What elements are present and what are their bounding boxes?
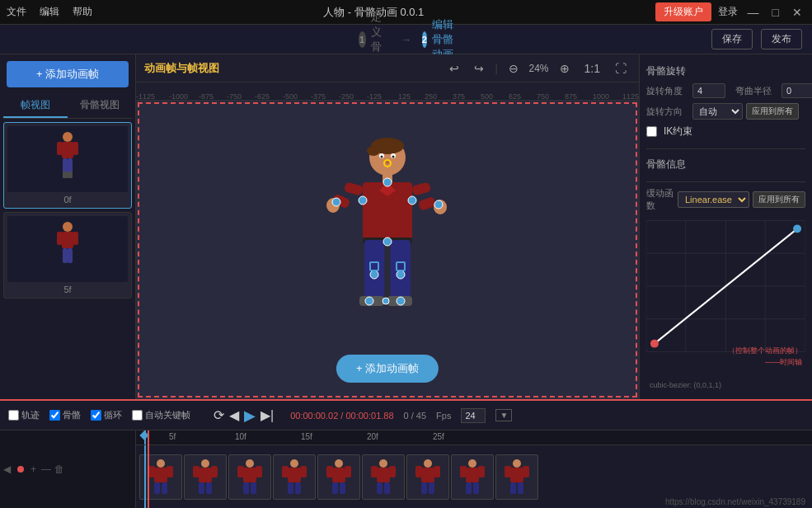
timeline-thumb-6: [362, 454, 405, 500]
character-figure: [322, 134, 453, 365]
publish-button[interactable]: 发布: [761, 29, 802, 49]
autokey-checkbox-label: 自动关键帧: [132, 409, 190, 421]
easing-select[interactable]: Linear.ease Ease.in Ease.out: [678, 191, 749, 208]
step-back-button[interactable]: ◀: [229, 407, 239, 423]
svg-rect-12: [63, 248, 68, 263]
reset-zoom-button[interactable]: 1:1: [580, 60, 604, 77]
undo-button[interactable]: ↩: [445, 60, 463, 77]
rotation-dir-label: 旋转方向: [646, 106, 689, 118]
frame-preview-0: [51, 130, 84, 188]
svg-rect-93: [332, 482, 338, 494]
svg-rect-28: [411, 181, 431, 195]
svg-point-50: [397, 297, 405, 305]
svg-rect-73: [193, 466, 199, 477]
tab-bone-view[interactable]: 骨骼视图: [68, 94, 132, 118]
play-button[interactable]: ▶: [244, 407, 256, 425]
svg-rect-4: [63, 158, 68, 173]
login-button[interactable]: 登录: [718, 5, 738, 19]
step-fwd-button[interactable]: ▶|: [260, 407, 274, 423]
svg-rect-104: [434, 466, 440, 477]
timeline-right: 5f 10f 15f 20f 25f: [136, 430, 812, 508]
tab-frame-view[interactable]: 帧视图: [3, 94, 68, 118]
svg-rect-99: [377, 482, 383, 494]
save-button[interactable]: 保存: [711, 29, 753, 49]
svg-point-89: [335, 459, 343, 468]
svg-rect-91: [326, 466, 333, 477]
zoom-in-button[interactable]: ⊕: [556, 60, 574, 77]
timeline-thumb-3: [228, 454, 271, 500]
loop-checkbox[interactable]: [91, 410, 101, 421]
curv-half-rad-input[interactable]: [781, 83, 812, 98]
svg-rect-13: [68, 248, 73, 263]
svg-point-63: [650, 340, 659, 348]
reset-button[interactable]: ⟳: [214, 407, 224, 423]
svg-rect-90: [332, 468, 345, 482]
minimize-button[interactable]: —: [744, 6, 763, 19]
rotation-angle-input[interactable]: [692, 83, 725, 98]
svg-rect-88: [295, 482, 301, 494]
timeline-thumb-9: [495, 454, 538, 500]
svg-rect-29: [418, 196, 437, 211]
canvas-title: 动画帧与帧视图: [144, 61, 219, 76]
svg-rect-115: [505, 466, 511, 477]
easing-row: 缓动函数 Linear.ease Ease.in Ease.out 应用到所有: [646, 187, 805, 212]
svg-rect-84: [288, 468, 301, 482]
svg-rect-72: [199, 468, 212, 482]
bezier-annotation-1: （控制整个动画的帧）: [728, 346, 802, 356]
step-arrow: →: [401, 33, 412, 46]
add-frame-button[interactable]: + 添加动画帧: [7, 61, 129, 87]
apply-all-button[interactable]: 应用到所有: [746, 103, 799, 120]
frame-item-0[interactable]: 0f: [3, 122, 132, 209]
svg-rect-78: [243, 468, 256, 482]
add-keyframe-button[interactable]: + 添加动画帧: [336, 355, 439, 383]
frame-thumb-5: [7, 216, 128, 282]
track-checkbox[interactable]: [8, 410, 19, 421]
frame-item-5[interactable]: 5f: [3, 212, 132, 299]
frame-preview-5: [51, 220, 84, 278]
fps-dropdown-button[interactable]: ▼: [495, 409, 512, 421]
svg-point-45: [397, 270, 405, 279]
ik-checkbox[interactable]: [646, 126, 657, 137]
svg-rect-94: [340, 482, 345, 494]
timeline-left: ◀ + — 🗑: [0, 430, 136, 508]
menu-file[interactable]: 文件: [7, 5, 26, 19]
bezier-area: （控制整个动画的帧） ——时间轴 cubic-bezier: (0,0,1,1): [646, 220, 805, 393]
svg-rect-109: [460, 466, 467, 477]
svg-rect-118: [518, 482, 523, 494]
svg-rect-68: [167, 466, 173, 477]
bone-checkbox[interactable]: [49, 410, 60, 421]
rotation-dir-select[interactable]: 自动 顺时针 逆时针: [692, 103, 743, 120]
svg-point-20: [392, 156, 395, 158]
upgrade-button[interactable]: 升级账户: [655, 2, 711, 21]
timeline-area: ◀ + — 🗑 5f 10f 15f 20f 25f: [0, 430, 812, 508]
zoom-out-button[interactable]: ⊖: [505, 60, 523, 77]
fit-button[interactable]: ⛶: [611, 60, 631, 77]
fps-input[interactable]: [461, 408, 486, 423]
maximize-button[interactable]: □: [769, 6, 782, 19]
svg-rect-25: [344, 181, 364, 195]
step2-num: 2: [422, 31, 428, 48]
svg-point-44: [370, 270, 378, 279]
timeline-delete[interactable]: 🗑: [54, 463, 64, 475]
timeline-thumb-4: [273, 454, 316, 500]
ruler-mark-25f: 25f: [433, 432, 444, 441]
autokey-checkbox[interactable]: [132, 410, 143, 421]
ruler-mark-5f: 5f: [169, 432, 176, 441]
svg-rect-116: [523, 466, 529, 477]
svg-rect-81: [243, 482, 249, 494]
timeline-add-row[interactable]: +: [31, 463, 36, 475]
svg-rect-1: [62, 142, 73, 158]
svg-rect-79: [237, 466, 244, 477]
menu-help[interactable]: 帮助: [73, 5, 92, 19]
svg-rect-111: [466, 482, 472, 494]
svg-rect-75: [199, 482, 204, 494]
redo-button[interactable]: ↪: [470, 60, 488, 77]
timeline-scroll-right[interactable]: —: [41, 463, 51, 475]
timeline-scroll-left[interactable]: ◀: [3, 463, 11, 475]
ik-row: IK约束: [646, 125, 805, 139]
svg-rect-92: [345, 466, 351, 477]
timeline-thumb-5: [317, 454, 360, 500]
easing-apply-all-button[interactable]: 应用到所有: [753, 191, 805, 208]
menu-edit[interactable]: 编辑: [40, 5, 59, 19]
close-button[interactable]: ✕: [789, 6, 805, 19]
